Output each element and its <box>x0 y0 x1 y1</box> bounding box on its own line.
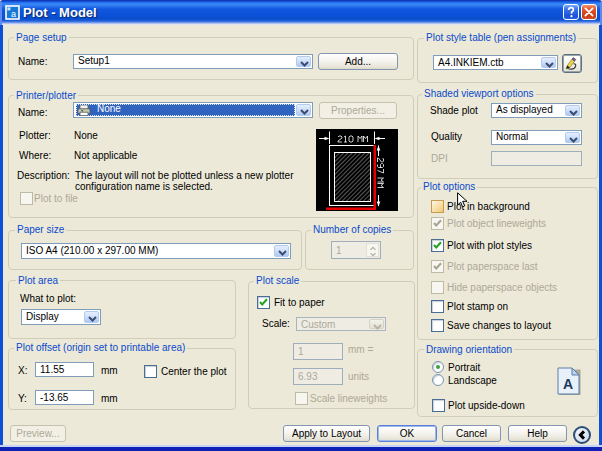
svg-text:a: a <box>11 9 16 19</box>
svg-text:A: A <box>563 376 573 392</box>
